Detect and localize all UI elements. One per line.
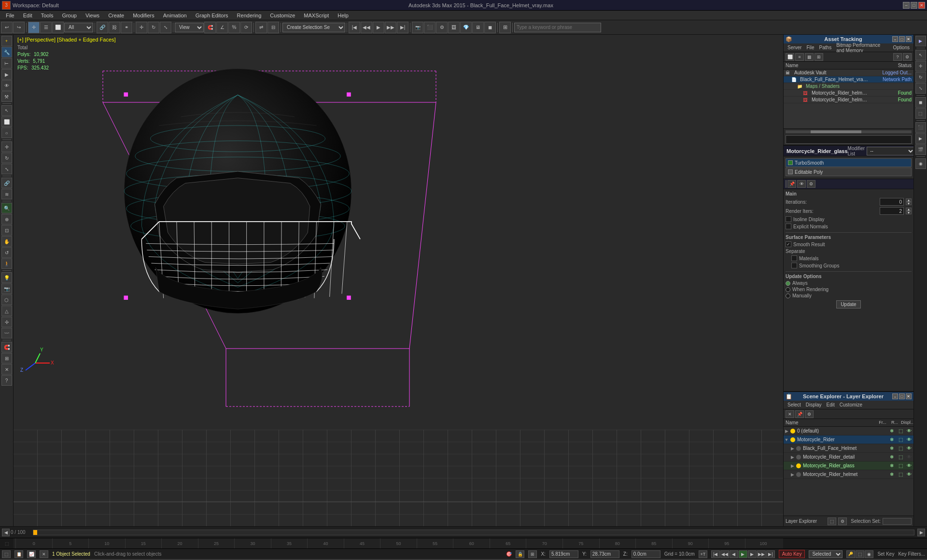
menu-animation[interactable]: Animation: [159, 12, 191, 19]
lt-shapes[interactable]: △: [1, 306, 12, 316]
render-iters-up[interactable]: ▲: [906, 208, 912, 211]
lt-lights[interactable]: 💡: [1, 272, 12, 283]
layer-expand-glass[interactable]: ▶: [789, 463, 795, 468]
menu-create[interactable]: Create: [104, 12, 128, 19]
layer-row-motorcycle-rider[interactable]: ▼ Motorcycle_Rider ❄ ⬚ 👁: [784, 435, 913, 444]
active-shade[interactable]: ◼: [484, 22, 496, 33]
isoline-checkbox[interactable]: [786, 216, 791, 222]
config-modifiers-btn[interactable]: ⚙: [807, 180, 815, 188]
frt-rotate-tool[interactable]: ↻: [915, 72, 926, 83]
frt-select-tool[interactable]: ↖: [915, 50, 926, 60]
asset-tb-settings[interactable]: ⚙: [903, 53, 912, 61]
layer-tb-close[interactable]: ✕: [786, 410, 794, 418]
lt-move[interactable]: ✛: [1, 141, 12, 152]
mat-editor[interactable]: 💎: [460, 22, 472, 33]
freeze-icon-motorcycle[interactable]: ❄: [887, 436, 896, 444]
viewport-canvas[interactable]: X Y Z: [14, 35, 783, 526]
asset-scrollbar-track[interactable]: [786, 130, 912, 133]
display-icon-helmet[interactable]: 👁: [905, 445, 913, 452]
z-coord-input[interactable]: [632, 550, 660, 558]
next-key[interactable]: ▶▶: [385, 22, 396, 33]
asset-row-helmet-normal[interactable]: 🖼 Motorcycle_Rider_helmet_normal.png Fou…: [784, 97, 913, 103]
render-icon-default[interactable]: ⬚: [896, 427, 905, 435]
menu-customize[interactable]: Customize: [266, 12, 299, 19]
scrubber-numbers[interactable]: 0 5 10 15 20 25 30 35 40 45 50 55 60 65 …: [14, 538, 783, 548]
render-setup[interactable]: ⚙: [436, 22, 448, 33]
layer-footer-btn1[interactable]: ⬚: [828, 518, 836, 525]
layer-close[interactable]: ✕: [906, 393, 912, 399]
modifier-item-editpoly[interactable]: Editable Poly: [786, 168, 912, 176]
layer-tb-pin[interactable]: 📌: [795, 410, 804, 418]
layer-content[interactable]: ▶ 0 (default) ❄ ⬚ 👁 ▼ Motorcycle_Rider ❄…: [784, 427, 913, 516]
lt-xview[interactable]: ✕: [1, 364, 12, 375]
pb-next[interactable]: ▶: [748, 550, 757, 558]
status-close-btn[interactable]: ✕: [40, 550, 48, 558]
percent-snap[interactable]: %: [228, 22, 240, 33]
modifier-item-turbosmooth[interactable]: TurboSmooth: [786, 158, 912, 167]
close-button[interactable]: ✕: [918, 2, 925, 9]
lt-helpers[interactable]: ✢: [1, 317, 12, 327]
lt-spacewarps2[interactable]: 〰: [1, 328, 12, 338]
link-button[interactable]: 🔗: [97, 22, 108, 33]
menu-graph-editors[interactable]: Graph Editors: [192, 12, 232, 19]
lt-zoom-region[interactable]: ⊡: [1, 225, 12, 236]
layer-row-default[interactable]: ▶ 0 (default) ❄ ⬚ 👁: [784, 427, 913, 435]
prev-key[interactable]: ◀◀: [361, 22, 372, 33]
menu-file[interactable]: File: [2, 12, 18, 19]
snap-toggle[interactable]: 🧲: [204, 22, 216, 33]
coord-lock[interactable]: 🔒: [516, 550, 524, 558]
play-button[interactable]: ▶: [373, 22, 384, 33]
display-icon-motorcycle[interactable]: 👁: [905, 436, 913, 444]
asset-row-helmet-png[interactable]: 🖼 Motorcycle_Rider_helmet.png Found: [784, 90, 913, 97]
layer-expand-helmet[interactable]: ▶: [789, 446, 795, 451]
lt-select[interactable]: ↖: [1, 105, 12, 116]
frt-scale-tool[interactable]: ⤡: [915, 83, 926, 94]
lt-zoom-ext[interactable]: ⊕: [1, 214, 12, 224]
render-frame[interactable]: 🖥: [472, 22, 484, 33]
timeline-track[interactable]: [33, 530, 914, 535]
frt-move-tool[interactable]: ✛: [915, 61, 926, 71]
asset-row-maxfile[interactable]: 📄 Black_Full_Face_Helmet_vray.max Networ…: [784, 76, 913, 83]
layer-menu-select[interactable]: Select: [786, 401, 803, 408]
grid-button[interactable]: ⊞: [499, 22, 511, 33]
utility-btn[interactable]: ⚒: [1, 91, 12, 102]
redo-button[interactable]: ↪: [13, 22, 25, 33]
asset-tb-1[interactable]: ⬜: [786, 53, 794, 61]
menu-maxscript[interactable]: MAXScript: [300, 12, 333, 19]
asset-menu-server[interactable]: Server: [786, 44, 803, 51]
frt-render-anim[interactable]: 🎬: [915, 144, 926, 155]
pb-prev[interactable]: ◀: [730, 550, 738, 558]
manually-radio[interactable]: [786, 294, 790, 298]
lt-question[interactable]: ?: [1, 375, 12, 386]
lt-pan[interactable]: ✋: [1, 236, 12, 247]
asset-menu-paths[interactable]: Paths: [817, 44, 834, 51]
motion-btn[interactable]: ▶: [1, 69, 12, 80]
rotate-button[interactable]: ↻: [148, 22, 159, 33]
pb-end[interactable]: ▶|: [766, 550, 775, 558]
render-icon-helmet[interactable]: ⬚: [896, 445, 905, 452]
layer-minimize[interactable]: –: [892, 393, 898, 399]
create-selection-dropdown[interactable]: Create Selection Se: [282, 23, 345, 32]
create-panel-btn[interactable]: +: [1, 36, 12, 46]
lt-cameras[interactable]: 📷: [1, 283, 12, 294]
iterations-input[interactable]: [880, 198, 904, 206]
render-to-texture[interactable]: 🖼: [448, 22, 460, 33]
add-time-tag-btn[interactable]: +T: [699, 550, 707, 558]
lt-lasso[interactable]: ○: [1, 127, 12, 138]
asset-search-input[interactable]: [786, 135, 912, 144]
hierarchy-btn[interactable]: ⊢: [1, 58, 12, 69]
mirror-button[interactable]: ⇌: [255, 22, 267, 33]
display-btn[interactable]: 👁: [1, 80, 12, 91]
freeze-icon-default[interactable]: ❄: [887, 427, 896, 435]
select-mode-dropdown[interactable]: All: [64, 23, 93, 32]
layer-expand-motorcycle[interactable]: ▼: [784, 437, 789, 442]
layer-row-rider-helmet[interactable]: ▶ Motorcycle_Rider_helmet ❄ ⬚ 👁: [784, 470, 913, 479]
status-track-btn[interactable]: 📈: [27, 550, 36, 558]
frt-render-prod[interactable]: ⬛: [915, 122, 926, 133]
menu-views[interactable]: Views: [82, 12, 103, 19]
y-coord-input[interactable]: [590, 550, 619, 558]
modify-panel-btn[interactable]: 🔧: [1, 47, 12, 57]
spinner-snap[interactable]: ⟳: [240, 22, 252, 33]
timeline-prev[interactable]: ◀: [2, 529, 10, 536]
key-mode-btn[interactable]: ⬚: [856, 550, 864, 558]
